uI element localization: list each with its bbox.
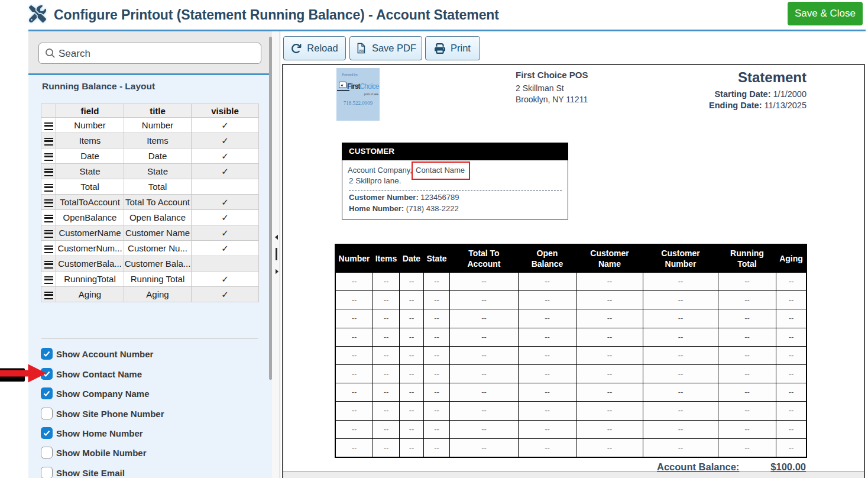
svg-text:PDF: PDF — [359, 50, 364, 53]
